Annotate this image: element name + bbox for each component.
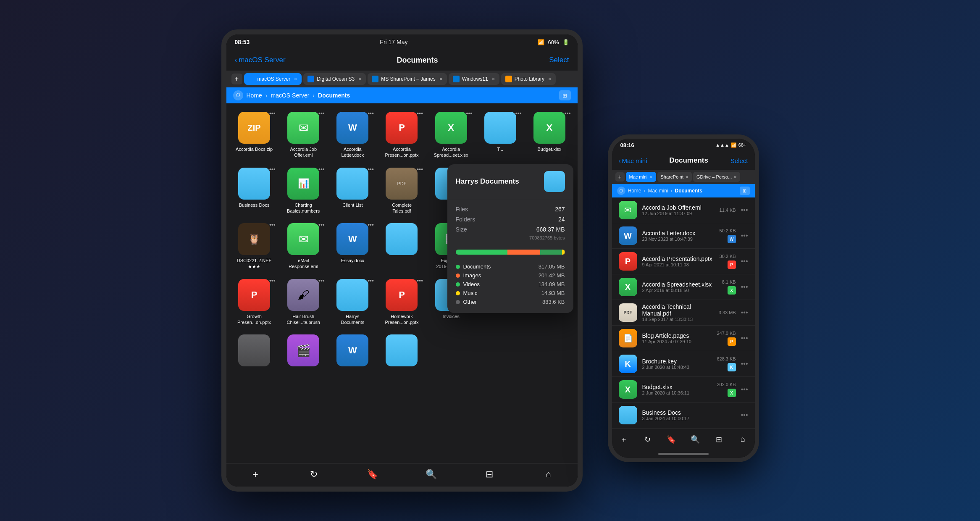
iphone-refresh-button[interactable]: ↻	[638, 430, 657, 449]
iphone-more-icon[interactable]: •••	[741, 411, 748, 419]
file-item-accordia-letter[interactable]: W Accordia Letter.docx •••	[330, 108, 376, 161]
iphone-back-button[interactable]: ‹ Mac mini	[619, 157, 647, 164]
tab-digitalocean[interactable]: Digital Ocean S3 ✕	[303, 73, 366, 85]
breadcrumb-macosserver[interactable]: macOS Server	[271, 92, 310, 99]
tab-close-win[interactable]: ✕	[491, 76, 495, 82]
iphone-file-row-blog[interactable]: 📄 Blog Article.pages 11 Apr 2024 at 07:3…	[612, 326, 755, 351]
tab-macos[interactable]: macOS Server ✕	[244, 73, 302, 85]
iphone-tab-sharepoint[interactable]: SharePoint ✕	[657, 172, 692, 182]
ipad-select-button[interactable]: Select	[549, 56, 569, 64]
more-icon[interactable]: •••	[269, 166, 276, 173]
file-item-accordia-docs-zip[interactable]: ZIP Accordia Docs.zip •••	[231, 108, 277, 161]
more-icon[interactable]: •••	[269, 277, 276, 284]
iphone-more-icon[interactable]: •••	[741, 360, 748, 368]
more-icon[interactable]: •••	[269, 221, 276, 228]
more-icon[interactable]: •••	[318, 277, 325, 284]
file-item-growth-pptx[interactable]: P Growth Presen...on.pptx •••	[231, 276, 277, 328]
refresh-button[interactable]: ↻	[305, 465, 323, 484]
tab-close-macos[interactable]: ✕	[294, 76, 297, 82]
more-icon[interactable]: •••	[417, 110, 423, 117]
iphone-file-row-accordia-spread[interactable]: X Accordia Spreadsheet.xlsx 2 Apr 2019 a…	[612, 274, 755, 300]
iphone-more-icon[interactable]: •••	[741, 334, 748, 342]
iphone-search-button[interactable]: 🔍	[686, 430, 704, 449]
file-item-harrys-docs[interactable]: Harrys Documents •••	[330, 276, 376, 328]
iphone-file-row-accordia-job[interactable]: ✉ Accordia Job Offer.eml 12 Jun 2019 at …	[612, 197, 755, 223]
home-button[interactable]: ⌂	[539, 465, 557, 484]
bookmark-button[interactable]: 🔖	[363, 465, 382, 484]
iphone-more-icon[interactable]: •••	[741, 283, 748, 291]
iphone-file-row-budget[interactable]: X Budget.xlsx 2 Jun 2020 at 10:36:11 202…	[612, 377, 755, 403]
iphone-tab-add-button[interactable]: +	[615, 172, 625, 182]
breadcrumb-home[interactable]: Home	[247, 92, 262, 99]
iphone-add-button[interactable]: ＋	[615, 430, 633, 449]
iphone-file-row-brochure[interactable]: K Brochure.key 2 Jun 2020 at 10:48:43 62…	[612, 351, 755, 377]
iphone-more-icon[interactable]: •••	[741, 232, 748, 239]
iphone-file-row-business-docs[interactable]: Business Docs 3 Jan 2024 at 10:00:17 •••	[612, 403, 755, 428]
file-item-accordia-job-offer[interactable]: ✉ Accordia Job Offer.eml •••	[281, 108, 326, 161]
iphone-file-row-accordia-manual[interactable]: PDF Accordia Technical Manual.pdf 18 Sep…	[612, 300, 755, 326]
ipad-back-button[interactable]: ‹ macOS Server	[235, 56, 286, 64]
iphone-select-button[interactable]: Select	[730, 157, 748, 164]
more-icon[interactable]: •••	[368, 166, 374, 173]
file-item-gray-folder[interactable]	[231, 331, 277, 371]
tab-close-do[interactable]: ✕	[358, 76, 362, 82]
add-button[interactable]: ＋	[246, 465, 265, 484]
tab-photolibrary[interactable]: Photo Library ✕	[501, 73, 556, 85]
iphone-tab-close-macmini[interactable]: ✕	[649, 175, 653, 179]
tab-sharepoint[interactable]: MS SharePoint – James ✕	[368, 73, 447, 85]
iphone-more-icon[interactable]: •••	[741, 206, 748, 214]
grid-view-button[interactable]: ⊞	[559, 90, 571, 100]
file-item-folder-t[interactable]: T... •••	[477, 108, 523, 161]
more-icon[interactable]: •••	[515, 110, 522, 117]
file-item-budget[interactable]: X Budget.xlsx •••	[526, 108, 572, 161]
iphone-more-icon[interactable]: •••	[741, 258, 748, 265]
tab-add-button[interactable]: +	[231, 74, 242, 84]
file-item-folder-last[interactable]	[379, 331, 425, 371]
file-item-hairbrush[interactable]: 🖌 Hair Brush Chisel...te.brush •••	[281, 276, 326, 328]
files-button[interactable]: ⊟	[480, 465, 499, 484]
file-item-client-list[interactable]: Client List •••	[330, 164, 376, 217]
tab-windows[interactable]: Windows11 ✕	[449, 73, 499, 85]
file-item-business-docs[interactable]: Business Docs •••	[231, 164, 277, 217]
iphone-file-row-accordia-letter[interactable]: W Accordia Letter.docx 23 Nov 2023 at 10…	[612, 223, 755, 249]
more-icon[interactable]: •••	[417, 277, 423, 284]
more-icon[interactable]: •••	[318, 221, 325, 228]
more-icon[interactable]: •••	[368, 277, 374, 284]
file-item-movie[interactable]: 🎬	[281, 331, 326, 371]
file-item-folder-extra[interactable]	[379, 220, 425, 272]
search-button[interactable]: 🔍	[422, 465, 440, 484]
file-item-accordia-spread[interactable]: X Accordia Spread...eet.xlsx •••	[428, 108, 474, 161]
iphone-files-button[interactable]: ⊟	[709, 430, 728, 449]
iphone-grid-button[interactable]: ⊞	[740, 187, 750, 195]
more-icon[interactable]: •••	[417, 166, 423, 173]
file-item-dsc[interactable]: 🦉 DSC0221-2.NEF ★★★ •••	[231, 220, 277, 272]
file-item-accordia-pres[interactable]: P Accordia Presen...on.pptx •••	[379, 108, 425, 161]
file-item-charting-basics[interactable]: 📊 Charting Basics.numbers •••	[281, 164, 326, 217]
iphone-bookmark-button[interactable]: 🔖	[662, 430, 680, 449]
more-icon[interactable]: •••	[466, 110, 472, 117]
file-item-word-extra[interactable]: W	[330, 331, 376, 371]
tab-close-photos[interactable]: ✕	[548, 76, 552, 82]
file-item-essay[interactable]: W Essay.docx •••	[330, 220, 376, 272]
history-button[interactable]: ⏱	[233, 90, 243, 100]
file-item-complete-tales[interactable]: PDF Complete Tales.pdf •••	[379, 164, 425, 217]
iphone-file-row-accordia-pres[interactable]: P Accordia Presentation.pptx 9 Apr 2021 …	[612, 249, 755, 274]
file-item-homework[interactable]: P Homework Presen...on.pptx •••	[379, 276, 425, 328]
iphone-tab-close-gdrive[interactable]: ✕	[733, 175, 737, 179]
more-icon[interactable]: •••	[368, 110, 374, 117]
iphone-more-icon[interactable]: •••	[741, 309, 748, 316]
iphone-tab-gdrive[interactable]: GDrive – Perso... ✕	[693, 172, 740, 182]
file-item-email-response[interactable]: ✉ eMail Response.eml •••	[281, 220, 326, 272]
more-icon[interactable]: •••	[565, 110, 571, 117]
more-icon[interactable]: •••	[368, 221, 374, 228]
iphone-more-icon[interactable]: •••	[741, 386, 748, 393]
iphone-bc-macmini[interactable]: Mac mini	[648, 188, 668, 194]
iphone-home-button[interactable]: ⌂	[733, 430, 752, 449]
more-icon[interactable]: •••	[318, 110, 325, 117]
more-icon[interactable]: •••	[269, 110, 276, 117]
more-icon[interactable]: •••	[318, 166, 325, 173]
tab-close-sp[interactable]: ✕	[439, 76, 443, 82]
iphone-history-button[interactable]: ⏱	[617, 187, 625, 195]
iphone-bc-home[interactable]: Home	[628, 188, 641, 194]
iphone-tab-macmini[interactable]: Mac mini ✕	[626, 172, 656, 182]
